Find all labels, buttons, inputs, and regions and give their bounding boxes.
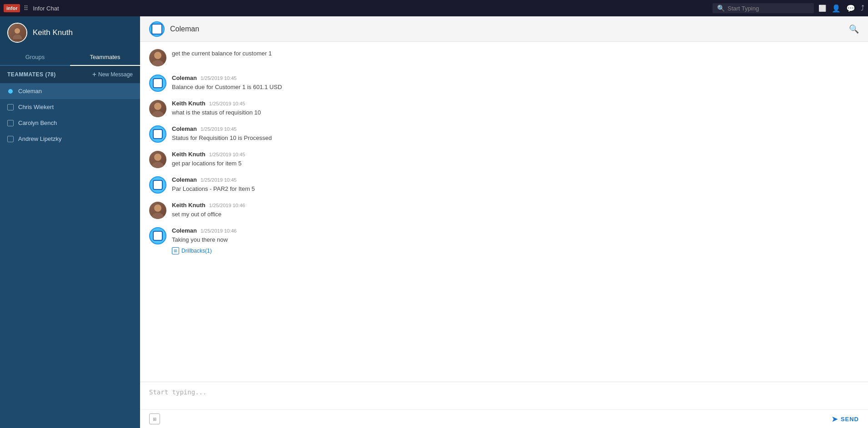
table-row: get the current balance for customer 1 xyxy=(149,49,859,66)
nav-icons: ⬜ 👤 💬 ⤴ xyxy=(818,4,864,13)
coleman-icon-5 xyxy=(153,180,163,190)
drillback-container: ⊞ Drillbacks(1) xyxy=(172,246,859,254)
keith-avatar-2 xyxy=(149,100,166,117)
table-row: Keith Knuth 1/25/2019 10:46 set my out o… xyxy=(149,202,859,219)
msg-text-5: Par Locations - PAR2 for Item 5 xyxy=(172,184,859,194)
chat-area: Coleman 🔍 get the current balance for cu… xyxy=(140,16,868,428)
chat-icon[interactable]: 💬 xyxy=(846,4,855,13)
search-icon: 🔍 xyxy=(717,5,725,12)
contact-name-chris: Chris Wiekert xyxy=(18,104,54,110)
msg-sender-6: Keith Knuth xyxy=(172,202,206,209)
keith-avatar-trunc xyxy=(149,49,166,66)
nav-search: 🔍 xyxy=(712,3,814,13)
msg-content-trunc: get the current balance for customer 1 xyxy=(172,49,859,58)
user-name: Keith Knuth xyxy=(33,28,73,37)
coleman-avatar-7 xyxy=(149,227,166,244)
contact-square-icon xyxy=(7,104,14,110)
svg-point-9 xyxy=(152,213,164,219)
contact-list: Coleman Chris Wiekert Carolyn Bench Andr… xyxy=(0,83,140,428)
chat-search-icon[interactable]: 🔍 xyxy=(849,24,859,34)
keith-avatar-svg-4 xyxy=(149,151,166,168)
contact-name-carolyn: Carolyn Bench xyxy=(18,119,57,126)
sidebar-header: Keith Knuth xyxy=(0,16,140,49)
drillback-icon: ⊞ xyxy=(172,247,179,254)
coleman-icon-1 xyxy=(153,78,163,88)
nav-search-input[interactable] xyxy=(728,5,809,12)
drillback-link[interactable]: ⊞ Drillbacks(1) xyxy=(172,247,212,254)
contact-item-carolyn[interactable]: Carolyn Bench xyxy=(0,115,140,131)
message-input-box xyxy=(140,382,868,409)
svg-point-5 xyxy=(152,111,164,117)
message-input[interactable] xyxy=(149,388,859,396)
msg-content-5: Coleman 1/25/2019 10:45 Par Locations - … xyxy=(172,176,859,194)
msg-text-6: set my out of office xyxy=(172,210,859,219)
msg-text-2: what is the status of requisition 10 xyxy=(172,108,859,117)
table-row: Keith Knuth 1/25/2019 10:45 get par loca… xyxy=(149,151,859,168)
msg-text-7: Taking you there now xyxy=(172,235,859,244)
keith-avatar-svg-2 xyxy=(149,100,166,117)
infor-logo: infor xyxy=(4,4,20,12)
coleman-icon-7 xyxy=(153,231,163,241)
new-message-button[interactable]: + New Message xyxy=(92,70,133,79)
share-icon[interactable]: ⤴ xyxy=(861,4,864,12)
user-icon[interactable]: 👤 xyxy=(832,4,841,13)
msg-meta-4: Keith Knuth 1/25/2019 10:45 xyxy=(172,151,859,158)
msg-sender-2: Keith Knuth xyxy=(172,100,206,107)
top-nav: infor ⠿ Infor Chat 🔍 ⬜ 👤 💬 ⤴ xyxy=(0,0,868,16)
monitor-icon[interactable]: ⬜ xyxy=(818,5,826,12)
table-row: Coleman 1/25/2019 10:46 Taking you there… xyxy=(149,227,859,254)
new-message-label: New Message xyxy=(98,71,133,78)
msg-text-trunc: get the current balance for customer 1 xyxy=(172,49,859,58)
table-row: Keith Knuth 1/25/2019 10:45 what is the … xyxy=(149,100,859,117)
msg-sender-7: Coleman xyxy=(172,227,197,234)
msg-sender-4: Keith Knuth xyxy=(172,151,206,158)
svg-point-8 xyxy=(154,204,161,212)
msg-meta-5: Coleman 1/25/2019 10:45 xyxy=(172,176,859,183)
send-arrow-icon: ➤ xyxy=(832,415,838,423)
chat-header-name: Coleman xyxy=(170,25,199,33)
contact-item-andrew[interactable]: Andrew Lipetzky xyxy=(0,131,140,147)
sidebar-section-header: TEAMMATES (78) + New Message xyxy=(0,66,140,83)
msg-content-6: Keith Knuth 1/25/2019 10:46 set my out o… xyxy=(172,202,859,219)
coleman-icon xyxy=(151,24,162,35)
toolbar-attach-icon[interactable]: ⊞ xyxy=(149,413,160,424)
send-button[interactable]: ➤ SEND xyxy=(832,415,859,423)
contact-item-coleman[interactable]: Coleman xyxy=(0,83,140,99)
message-input-area: ⊞ ➤ SEND xyxy=(140,382,868,428)
user-avatar-img xyxy=(8,24,26,42)
coleman-icon-3 xyxy=(153,129,163,139)
coleman-avatar-5 xyxy=(149,176,166,194)
chat-header: Coleman 🔍 xyxy=(140,16,868,42)
msg-content-2: Keith Knuth 1/25/2019 10:45 what is the … xyxy=(172,100,859,117)
svg-point-7 xyxy=(152,162,164,168)
msg-time-3: 1/25/2019 10:45 xyxy=(201,126,237,132)
app-title: Infor Chat xyxy=(33,5,712,12)
tab-teammates[interactable]: Teammates xyxy=(70,49,140,66)
msg-meta-3: Coleman 1/25/2019 10:45 xyxy=(172,125,859,132)
contact-dot-icon xyxy=(7,88,14,95)
msg-time-5: 1/25/2019 10:45 xyxy=(201,177,237,183)
svg-point-1 xyxy=(13,35,22,39)
grid-icon[interactable]: ⠿ xyxy=(24,5,28,12)
avatar-svg xyxy=(11,26,24,39)
tab-groups[interactable]: Groups xyxy=(0,49,70,65)
section-title: TEAMMATES (78) xyxy=(7,71,56,78)
contact-name-andrew: Andrew Lipetzky xyxy=(18,135,61,142)
svg-point-0 xyxy=(15,28,20,34)
msg-content-3: Coleman 1/25/2019 10:45 Status for Requi… xyxy=(172,125,859,143)
msg-text-4: get par locations for item 5 xyxy=(172,159,859,168)
contact-item-chris[interactable]: Chris Wiekert xyxy=(0,99,140,115)
keith-avatar-svg-6 xyxy=(149,202,166,219)
drillback-label: Drillbacks(1) xyxy=(181,248,212,254)
msg-time-2: 1/25/2019 10:45 xyxy=(209,101,246,106)
sidebar: Keith Knuth Groups Teammates TEAMMATES (… xyxy=(0,16,140,428)
msg-sender-3: Coleman xyxy=(172,125,197,132)
contact-square-icon-2 xyxy=(7,120,14,126)
coleman-avatar-1 xyxy=(149,75,166,92)
msg-meta-7: Coleman 1/25/2019 10:46 xyxy=(172,227,859,234)
msg-text-1: Balance due for Customer 1 is 601.1 USD xyxy=(172,83,859,92)
svg-point-6 xyxy=(154,154,161,161)
keith-avatar-svg-trunc xyxy=(149,49,166,66)
msg-time-7: 1/25/2019 10:46 xyxy=(201,228,237,234)
table-row: Coleman 1/25/2019 10:45 Status for Requi… xyxy=(149,125,859,143)
